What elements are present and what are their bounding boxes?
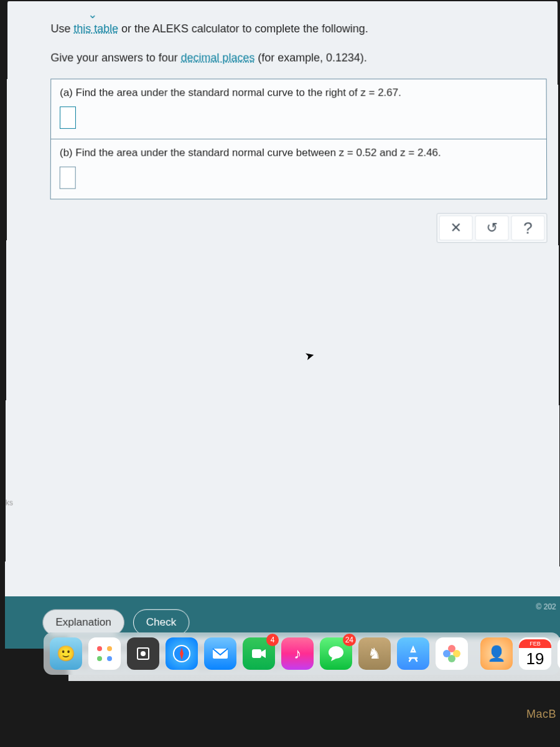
appstore-icon[interactable]: [397, 637, 429, 670]
question-box: (a) Find the area under the standard nor…: [50, 78, 548, 199]
svg-rect-10: [252, 649, 261, 658]
help-button[interactable]: ?: [511, 215, 544, 240]
cursor-icon: ➤: [303, 347, 315, 363]
calendar-icon[interactable]: FEB 19: [519, 637, 551, 670]
copyright-text: © 202: [536, 603, 556, 611]
controls-group: ✕ ↺ ?: [437, 213, 548, 243]
explanation-button[interactable]: Explanation: [42, 609, 124, 636]
svg-point-1: [107, 646, 112, 651]
svg-point-12: [329, 646, 343, 659]
contacts-icon[interactable]: 👤: [480, 637, 513, 670]
this-table-link[interactable]: this table: [73, 22, 118, 35]
reset-button[interactable]: ↺: [475, 215, 509, 240]
answer-input-a[interactable]: [60, 106, 76, 129]
undo-icon: ↺: [487, 220, 498, 236]
instruction-line-1: Use this table or the ALEKS calculator t…: [51, 21, 539, 37]
answer-input-b[interactable]: [60, 167, 76, 189]
finder-icon[interactable]: 🙂: [50, 637, 82, 670]
macos-dock: 🙂 4 ♪ 24 ♞ 👤 FEB 19 2: [44, 632, 560, 675]
screenshot-icon[interactable]: [127, 637, 159, 670]
safari-icon[interactable]: [166, 637, 198, 670]
svg-point-5: [141, 651, 146, 656]
mail-icon[interactable]: [204, 637, 236, 670]
photos-icon[interactable]: [436, 637, 468, 670]
messages-icon[interactable]: 24: [320, 637, 352, 670]
clear-button[interactable]: ✕: [439, 215, 473, 240]
close-icon: ✕: [450, 220, 462, 236]
question-part-b: (b) Find the area under the standard nor…: [51, 139, 547, 199]
svg-point-3: [107, 656, 112, 661]
instruction-line-2: Give your answers to four decimal places…: [50, 50, 539, 67]
facetime-icon[interactable]: 4: [243, 637, 275, 670]
reminders-icon[interactable]: 2: [558, 637, 560, 670]
calendar-month: FEB: [519, 639, 551, 648]
facetime-badge: 4: [266, 634, 279, 646]
question-part-a: (a) Find the area under the standard nor…: [51, 79, 546, 138]
messages-badge: 24: [343, 634, 356, 646]
chevron-down-icon[interactable]: ⌄: [88, 7, 96, 16]
calendar-day: 19: [526, 649, 544, 669]
macbook-label: MacB: [526, 708, 556, 721]
chess-icon[interactable]: ♞: [358, 637, 391, 670]
svg-point-2: [97, 656, 102, 661]
check-button[interactable]: Check: [133, 609, 190, 636]
music-icon[interactable]: ♪: [281, 637, 314, 670]
svg-marker-11: [261, 649, 266, 658]
question-mark-icon: ?: [523, 218, 533, 238]
launchpad-icon[interactable]: [88, 637, 121, 670]
svg-point-0: [97, 646, 102, 651]
decimal-places-link[interactable]: decimal places: [181, 52, 255, 64]
svg-point-17: [443, 650, 450, 657]
sidebar-truncated-label: ks: [6, 499, 13, 507]
